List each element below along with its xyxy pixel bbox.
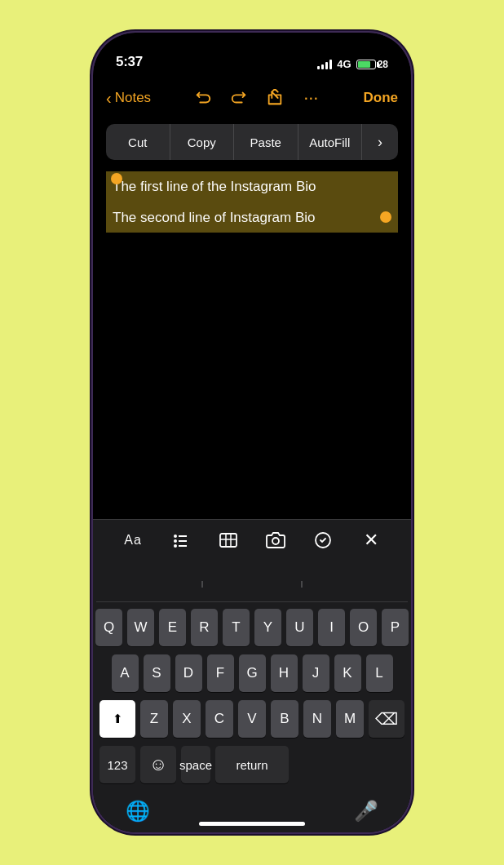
shift-button[interactable]: ⬆ <box>99 700 135 738</box>
context-menu: Cut Copy Paste AutoFill › <box>106 124 398 160</box>
text-selection-area[interactable]: The first line of the Instagram Bio The … <box>106 171 398 233</box>
key-p[interactable]: P <box>382 609 409 646</box>
home-indicator[interactable] <box>199 822 305 826</box>
cut-button[interactable]: Cut <box>106 124 170 160</box>
return-button[interactable]: return <box>215 746 289 783</box>
numbers-button[interactable]: 123 <box>99 746 135 783</box>
autofill-button[interactable]: AutoFill <box>298 124 363 160</box>
delete-button[interactable]: ⌫ <box>369 700 405 738</box>
key-w[interactable]: W <box>127 609 154 646</box>
svg-point-5 <box>174 544 177 548</box>
selection-handle-bottom[interactable] <box>380 211 391 223</box>
key-t[interactable]: T <box>223 609 250 646</box>
phone-body: 5:37 4G 28 ‹ <box>93 33 411 832</box>
phone-shell: 5:37 4G 28 ‹ <box>0 0 504 865</box>
key-e[interactable]: E <box>159 609 186 646</box>
undo-icon[interactable] <box>193 88 213 108</box>
back-label: Notes <box>115 90 151 106</box>
key-c[interactable]: C <box>206 700 233 738</box>
redo-icon[interactable] <box>229 88 249 108</box>
key-u[interactable]: U <box>286 609 313 646</box>
chevron-left-icon: ‹ <box>106 90 112 106</box>
suggestion-1[interactable] <box>103 581 202 588</box>
key-m[interactable]: M <box>336 700 364 738</box>
bottom-bar: 🌐 🎤 <box>93 790 411 832</box>
key-s[interactable]: S <box>144 654 170 692</box>
key-a[interactable]: A <box>112 654 139 692</box>
suggestions-bar <box>96 566 408 602</box>
nav-icons: ··· <box>193 88 321 108</box>
emoji-button[interactable]: ☺ <box>140 746 176 783</box>
more-options-button[interactable]: › <box>362 124 398 160</box>
markup-button[interactable] <box>305 522 341 558</box>
notes-content[interactable]: The first line of the Instagram Bio The … <box>93 165 411 519</box>
share-icon[interactable] <box>265 88 285 108</box>
dynamic-island <box>203 42 301 69</box>
keyboard-area: Q W E R T Y U I O P A S <box>93 560 411 790</box>
svg-point-10 <box>272 538 279 544</box>
key-row-2: A S D F G H J K L <box>99 654 405 692</box>
key-r[interactable]: R <box>191 609 218 646</box>
text-line-2: The second line of Instagram Bio <box>113 207 316 228</box>
keyboard-toolbar: Aa <box>93 519 411 560</box>
battery-indicator: 28 <box>356 59 388 70</box>
key-y[interactable]: Y <box>254 609 281 646</box>
key-v[interactable]: V <box>238 700 266 738</box>
battery-level: 28 <box>378 59 388 70</box>
font-style-button[interactable]: Aa <box>115 522 151 558</box>
key-j[interactable]: J <box>303 654 329 692</box>
table-button[interactable] <box>210 522 246 558</box>
network-type: 4G <box>337 58 351 70</box>
globe-icon[interactable]: 🌐 <box>126 800 150 823</box>
copy-button[interactable]: Copy <box>170 124 235 160</box>
status-icons: 4G 28 <box>317 58 388 70</box>
checklist-button[interactable] <box>162 522 198 558</box>
space-button[interactable]: space <box>181 746 210 783</box>
svg-rect-6 <box>220 534 237 547</box>
key-o[interactable]: O <box>350 609 377 646</box>
text-line-1: The first line of the Instagram Bio <box>113 176 391 197</box>
key-g[interactable]: G <box>239 654 266 692</box>
more-icon[interactable]: ··· <box>301 88 321 108</box>
suggestion-2[interactable] <box>202 581 303 588</box>
key-q[interactable]: Q <box>95 609 122 646</box>
key-b[interactable]: B <box>271 700 298 738</box>
key-x[interactable]: X <box>173 700 201 738</box>
key-f[interactable]: F <box>207 654 234 692</box>
svg-point-1 <box>174 539 177 543</box>
keyboard-rows: Q W E R T Y U I O P A S <box>96 609 408 783</box>
paste-button[interactable]: Paste <box>234 124 298 160</box>
phone-screen: 5:37 4G 28 ‹ <box>93 33 411 832</box>
status-time: 5:37 <box>116 54 143 70</box>
keyboard-dismiss-button[interactable]: ✕ <box>353 522 389 558</box>
signal-icon <box>317 60 332 69</box>
key-n[interactable]: N <box>303 700 331 738</box>
camera-button[interactable] <box>258 522 294 558</box>
selection-handle-top[interactable] <box>111 173 122 184</box>
bottom-row: 123 ☺ space return <box>99 746 405 783</box>
battery-icon <box>356 60 376 69</box>
key-row-3: ⬆ Z X C V B N M ⌫ <box>99 700 405 738</box>
key-i[interactable]: I <box>318 609 345 646</box>
battery-fill <box>358 61 370 68</box>
done-button[interactable]: Done <box>364 90 399 106</box>
key-k[interactable]: K <box>334 654 361 692</box>
key-l[interactable]: L <box>366 654 393 692</box>
back-button[interactable]: ‹ Notes <box>106 90 151 106</box>
key-z[interactable]: Z <box>140 700 168 738</box>
svg-point-0 <box>174 535 177 538</box>
suggestion-3[interactable] <box>302 581 401 588</box>
microphone-icon[interactable]: 🎤 <box>354 800 378 823</box>
nav-bar: ‹ Notes <box>93 77 411 119</box>
key-h[interactable]: H <box>271 654 298 692</box>
key-row-1: Q W E R T Y U I O P <box>99 609 405 646</box>
key-d[interactable]: D <box>175 654 202 692</box>
